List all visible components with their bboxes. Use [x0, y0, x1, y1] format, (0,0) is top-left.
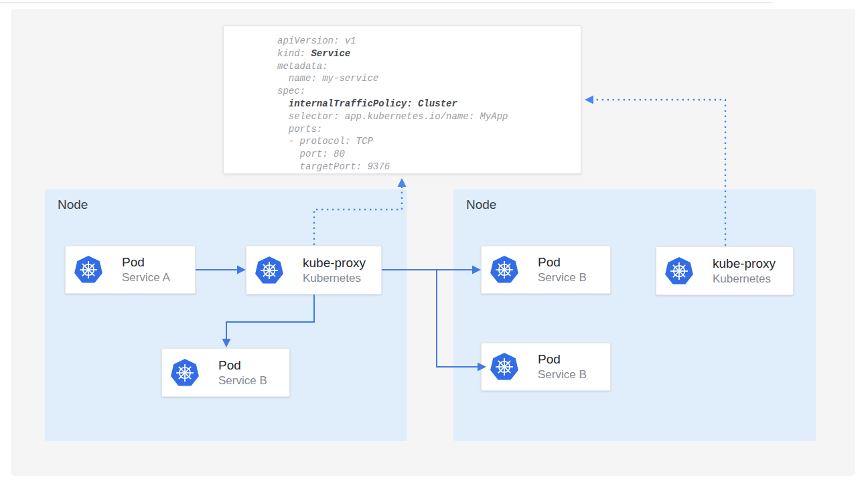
pod-service-b-bottom-right-card: Pod Service B: [481, 343, 611, 391]
card-subtitle: Kubernetes: [303, 271, 366, 286]
code-line: - protocol: TCP: [277, 135, 581, 148]
code-line: ports:: [277, 123, 581, 136]
kubernetes-icon: [74, 256, 102, 284]
code-line: apiVersion: v1: [277, 35, 581, 48]
kubernetes-icon: [171, 359, 199, 387]
node-box-right: Node: [453, 189, 816, 441]
kubernetes-icon: [490, 256, 518, 284]
card-subtitle: Service B: [538, 368, 587, 382]
pod-service-b-top-right-card: Pod Service B: [481, 246, 611, 294]
node-box-left: Node: [45, 189, 407, 441]
code-line: metadata:: [277, 60, 581, 73]
card-subtitle: Kubernetes: [713, 272, 776, 287]
card-title: Pod: [122, 254, 170, 270]
kubernetes-icon: [490, 353, 518, 381]
kube-proxy-right-card: kube-proxy Kubernetes: [656, 246, 794, 295]
node-label: Node: [466, 197, 496, 212]
kubernetes-icon: [665, 257, 693, 285]
code-line: spec:: [277, 85, 581, 98]
card-subtitle: Service A: [122, 270, 170, 285]
code-line: name: my-service: [277, 72, 581, 85]
card-title: Pod: [538, 351, 587, 368]
card-title: kube-proxy: [713, 256, 776, 272]
card-subtitle: Service B: [538, 270, 587, 285]
service-yaml-panel: apiVersion: v1 kind: Service metadata: n…: [223, 25, 581, 174]
code-line: kind: Service: [277, 48, 581, 60]
pod-service-b-left-card: Pod Service B: [161, 348, 290, 397]
kube-proxy-left-card: kube-proxy Kubernetes: [246, 246, 382, 295]
diagram-canvas: apiVersion: v1 kind: Service metadata: n…: [0, 0, 868, 488]
top-divider-line: [0, 2, 772, 3]
pod-service-a-card: Pod Service A: [65, 246, 196, 294]
card-subtitle: Service B: [218, 374, 267, 388]
code-line: targetPort: 9376: [277, 161, 581, 173]
card-title: Pod: [538, 254, 587, 270]
code-line: selector: app.kubernetes.io/name: MyApp: [277, 110, 581, 123]
node-label: Node: [58, 197, 88, 212]
card-title: Pod: [218, 357, 267, 374]
card-title: kube-proxy: [303, 255, 366, 271]
code-line: internalTrafficPolicy: Cluster: [277, 98, 581, 110]
kubernetes-icon: [255, 256, 283, 284]
code-line: port: 80: [277, 148, 581, 161]
